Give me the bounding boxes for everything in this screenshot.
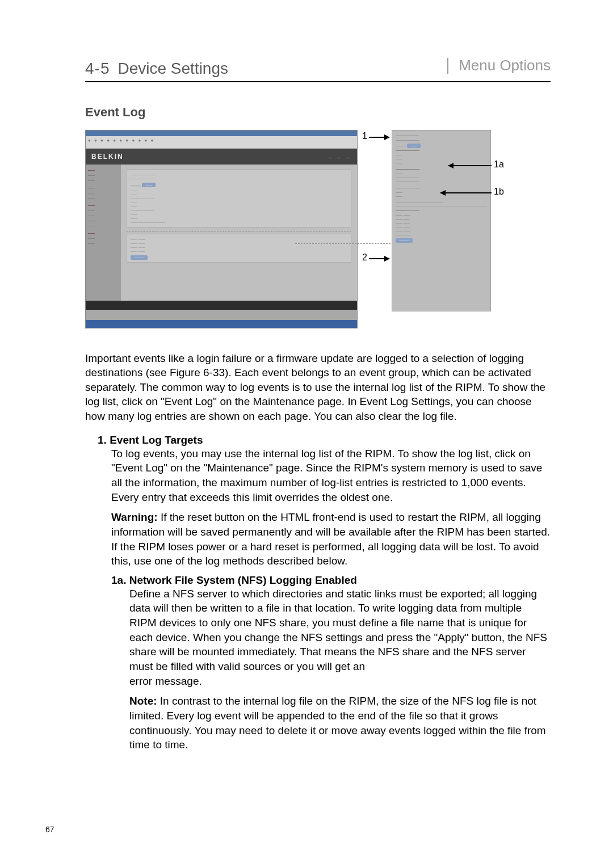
screenshot-footer <box>86 301 357 310</box>
item1-para2: If the reset button on the HTML front-en… <box>111 511 550 567</box>
note-label: Note: <box>129 695 157 707</box>
dashed-connector <box>295 243 391 244</box>
item1-title: Event Log Targets <box>110 434 203 446</box>
section-number: 4-5 <box>85 60 110 78</box>
callout-label-1a: 1a <box>494 159 504 170</box>
arrow-1 <box>369 137 389 138</box>
header-right-label: Menu Options <box>459 57 551 74</box>
page-header: 4-5 Device Settings Menu Options <box>85 57 551 82</box>
header-divider <box>447 58 448 74</box>
list-item-1a: 1a. Network File System (NFS) Logging En… <box>111 574 551 752</box>
item1-number: 1. <box>98 434 107 446</box>
item1-para1: To log events, you may use the internal … <box>111 446 551 505</box>
item1a-para2: In contrast to the internal log file on … <box>129 695 546 751</box>
browser-toolbar: ● ● ● ● ● ● ● ● ● ● ● <box>86 136 357 149</box>
brand-logo-text: BELKIN <box>91 153 124 161</box>
arrow-1a <box>448 165 492 166</box>
section-heading-event-log: Event Log <box>85 105 551 120</box>
page-number: 67 <box>45 825 54 834</box>
warning-label: Warning: <box>111 511 158 523</box>
callout-label-1b: 1b <box>494 187 504 197</box>
window-titlebar <box>86 130 357 136</box>
screenshot-taskbar <box>86 320 357 328</box>
arrow-2 <box>369 258 389 259</box>
section-title: Device Settings <box>117 60 228 78</box>
screenshot-left: ● ● ● ● ● ● ● ● ● ● ● BELKIN ——— —————— … <box>85 130 358 328</box>
item1a-para1: Define a NFS server to which directories… <box>129 587 551 688</box>
brand-bar: BELKIN ——— <box>86 149 357 165</box>
item1-warning: Warning: If the reset button on the HTML… <box>111 510 551 568</box>
figure-event-log: ● ● ● ● ● ● ● ● ● ● ● BELKIN ——— —————— … <box>85 130 494 334</box>
arrow-1b <box>440 192 492 193</box>
intro-paragraph: Important events like a login failure or… <box>85 351 551 424</box>
screenshot-sidebar: —————— —————— —————————— —————— <box>86 165 121 301</box>
screenshot-main: ——————— ——————— ——— —— ——————— —— —— ———… <box>121 165 357 301</box>
item1a-note: Note: In contrast to the internal log fi… <box>129 694 551 752</box>
item1a-title: 1a. Network File System (NFS) Logging En… <box>111 574 551 587</box>
screenshot-callout-panel: ————————————————— —— ————————————— —————… <box>392 130 491 311</box>
callout-label-1: 1 <box>362 131 367 141</box>
list-item-1: 1. Event Log Targets To log events, you … <box>98 434 551 568</box>
callout-label-2: 2 <box>362 252 367 263</box>
